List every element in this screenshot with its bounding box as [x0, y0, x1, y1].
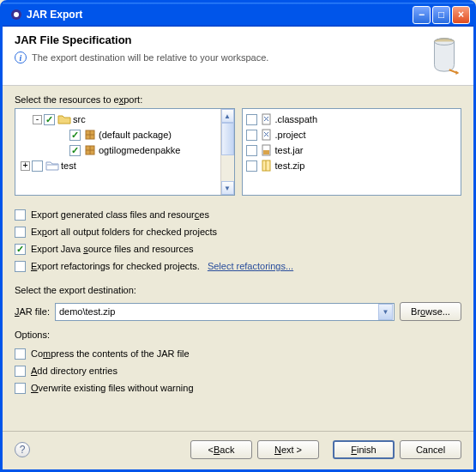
titlebar-text: JAR Export: [27, 9, 413, 21]
checkbox[interactable]: [32, 160, 43, 172]
tree-row[interactable]: +test: [17, 158, 219, 173]
jar-icon: [420, 33, 461, 78]
resources-label: Select the resources to export:: [15, 94, 461, 105]
export-option[interactable]: Export all output folders for checked pr…: [15, 223, 461, 240]
file-row[interactable]: test.jar: [244, 142, 460, 158]
app-icon: [9, 8, 23, 21]
option-label: Export refactorings for checked projects…: [31, 261, 200, 271]
options-label: Options:: [15, 330, 461, 340]
content-area: Select the resources to export: -src(def…: [3, 86, 473, 431]
package-icon: [83, 128, 97, 142]
destination-section-label: Select the export destination:: [15, 285, 461, 295]
checkbox[interactable]: [15, 383, 26, 394]
minimize-button[interactable]: −: [413, 6, 431, 24]
select-refactorings-link[interactable]: Select refactorings...: [208, 261, 293, 271]
export-option[interactable]: Export generated class files and resourc…: [15, 206, 461, 223]
checkbox[interactable]: [246, 130, 257, 141]
file-x-icon: [260, 112, 274, 126]
maximize-button[interactable]: □: [432, 6, 450, 24]
file-jar-icon: [260, 143, 274, 157]
scroll-up-button[interactable]: ▲: [221, 109, 234, 123]
checkbox[interactable]: [15, 209, 26, 221]
option-label: Add directory entries: [31, 366, 117, 376]
tree-item-label: test: [61, 160, 76, 171]
svg-rect-9: [263, 150, 269, 154]
titlebar[interactable]: JAR Export − □ ×: [3, 3, 473, 27]
scroll-thumb[interactable]: [221, 123, 234, 155]
info-icon: i: [15, 51, 27, 64]
file-item-label: test.jar: [275, 145, 304, 155]
file-item-label: .classpath: [275, 114, 318, 124]
folder-test-icon: [45, 159, 59, 172]
expander-icon[interactable]: -: [33, 115, 42, 124]
file-row[interactable]: .project: [244, 127, 460, 142]
checkbox[interactable]: [15, 244, 26, 255]
checkbox[interactable]: [69, 130, 81, 141]
svg-point-1: [14, 12, 19, 17]
checkbox[interactable]: [69, 145, 81, 156]
checkbox[interactable]: [246, 145, 257, 156]
dialog-window: JAR Export − □ × JAR File Specification …: [0, 0, 476, 472]
tree-row[interactable]: -src: [17, 112, 219, 127]
close-button[interactable]: ×: [452, 6, 470, 24]
jar-file-label: JAR file:: [15, 306, 50, 317]
file-item-label: test.zip: [275, 160, 305, 171]
tree-row[interactable]: (default package): [17, 127, 219, 142]
scrollbar[interactable]: ▲ ▼: [220, 109, 234, 195]
file-x-icon: [260, 128, 274, 142]
option-label: Overwrite existing files without warning: [31, 383, 194, 393]
export-option[interactable]: Export refactorings for checked projects…: [15, 257, 461, 275]
option-row[interactable]: Compress the contents of the JAR file: [15, 345, 461, 362]
checkbox[interactable]: [246, 114, 257, 125]
banner-message: The export destination will be relative …: [32, 52, 268, 63]
checkbox[interactable]: [15, 261, 26, 272]
back-button[interactable]: < Back: [190, 440, 252, 459]
finish-button[interactable]: Finish: [333, 440, 395, 459]
tree-row[interactable]: ogtilogmedenpakke: [17, 142, 219, 158]
folder-src-icon: [57, 112, 71, 126]
jar-file-value[interactable]: demo\test.zip: [56, 306, 378, 317]
export-option[interactable]: Export Java source files and resources: [15, 240, 461, 257]
package-icon: [83, 143, 97, 157]
resource-tree[interactable]: -src(default package)ogtilogmedenpakke+t…: [15, 108, 235, 196]
next-button[interactable]: Next >: [257, 440, 319, 459]
browse-button[interactable]: Browse...: [400, 302, 461, 321]
help-icon[interactable]: ?: [15, 442, 30, 457]
combo-dropdown-button[interactable]: ▼: [378, 304, 393, 320]
tree-item-label: ogtilogmedenpakke: [99, 145, 180, 155]
file-item-label: .project: [275, 130, 306, 140]
expander-icon[interactable]: +: [21, 161, 30, 171]
tree-item-label: (default package): [99, 130, 172, 140]
window-controls: − □ ×: [413, 6, 470, 24]
file-zip-icon: [260, 159, 274, 172]
option-row[interactable]: Overwrite existing files without warning: [15, 379, 461, 396]
file-row[interactable]: .classpath: [244, 112, 460, 127]
checkbox[interactable]: [44, 114, 55, 125]
file-row[interactable]: test.zip: [244, 158, 460, 173]
option-row[interactable]: Add directory entries: [15, 362, 461, 379]
banner: JAR File Specification i The export dest…: [3, 27, 473, 86]
page-title: JAR File Specification: [15, 33, 420, 46]
option-label: Export all output folders for checked pr…: [31, 227, 217, 237]
file-list[interactable]: .classpath.projecttest.jartest.zip: [242, 108, 462, 196]
checkbox[interactable]: [15, 348, 26, 360]
cancel-button[interactable]: Cancel: [400, 440, 461, 459]
option-label: Export generated class files and resourc…: [31, 209, 209, 220]
checkbox[interactable]: [246, 160, 257, 172]
tree-item-label: src: [73, 114, 86, 124]
option-label: Compress the contents of the JAR file: [31, 348, 190, 359]
footer: ? < Back Next > Finish Cancel: [3, 431, 473, 469]
checkbox[interactable]: [15, 366, 26, 377]
option-label: Export Java source files and resources: [31, 244, 194, 254]
jar-file-combo[interactable]: demo\test.zip ▼: [55, 303, 395, 321]
checkbox[interactable]: [15, 227, 26, 238]
scroll-down-button[interactable]: ▼: [221, 181, 234, 195]
